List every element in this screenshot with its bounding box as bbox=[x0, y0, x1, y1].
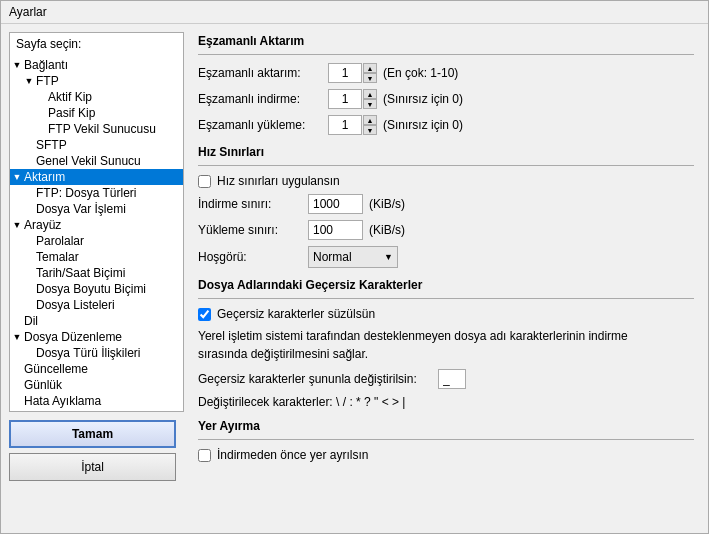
yer-checkbox[interactable] bbox=[198, 449, 211, 462]
tree-item-genel-vekil[interactable]: Genel Vekil Sunucu bbox=[10, 153, 183, 169]
hiz-checkbox[interactable] bbox=[198, 175, 211, 188]
hosgoru-dropdown[interactable]: Normal ▼ bbox=[308, 246, 398, 268]
expander-icon-baglanti: ▼ bbox=[10, 60, 24, 70]
tree-item-aktif-kip[interactable]: Aktif Kip bbox=[10, 89, 183, 105]
hiz-checkbox-label: Hız sınırları uygulansın bbox=[217, 174, 340, 188]
tree-label-hata-ayiklama: Hata Ayıklama bbox=[24, 394, 101, 408]
gecersiz-divider bbox=[198, 298, 694, 299]
tree-label-dosya-duzenleme: Dosya Düzenleme bbox=[24, 330, 122, 344]
invalid-chars-text: Değiştirilecek karakterler: \ / : * ? " … bbox=[198, 395, 694, 409]
gecersiz-section: Dosya Adlarındaki Geçersiz Karakterler G… bbox=[198, 278, 694, 409]
tree-item-dosya-duzenleme[interactable]: ▼Dosya Düzenleme bbox=[10, 329, 183, 345]
tree: ▼Bağlantı▼FTPAktif KipPasif KipFTP Vekil… bbox=[10, 55, 183, 411]
tree-label-guncelleme: Güncelleme bbox=[24, 362, 88, 376]
tree-item-dosya-turu[interactable]: Dosya Türü İlişkileri bbox=[10, 345, 183, 361]
indirme-sinir-input[interactable] bbox=[308, 194, 363, 214]
aktarim-up-btn[interactable]: ▲ bbox=[363, 63, 377, 73]
ok-button[interactable]: Tamam bbox=[9, 420, 176, 448]
title-bar: Ayarlar bbox=[1, 1, 708, 24]
hosgoru-row: Hoşgörü: Normal ▼ bbox=[198, 246, 694, 268]
aktarim-spinner: ▲ ▼ bbox=[328, 63, 377, 83]
yukleme-sinir-row: Yükleme sınırı: (KiB/s) bbox=[198, 220, 694, 240]
aktarim-input[interactable] bbox=[328, 63, 362, 83]
hiz-divider bbox=[198, 165, 694, 166]
aktarim-spinner-btns: ▲ ▼ bbox=[363, 63, 377, 83]
tree-label-ftp-dosya: FTP: Dosya Türleri bbox=[36, 186, 136, 200]
aktarim-down-btn[interactable]: ▼ bbox=[363, 73, 377, 83]
tree-item-dosya-boyutu[interactable]: Dosya Boyutu Biçimi bbox=[10, 281, 183, 297]
tree-item-temalar[interactable]: Temalar bbox=[10, 249, 183, 265]
gecersiz-title: Dosya Adlarındaki Geçersiz Karakterler bbox=[198, 278, 694, 292]
tree-label-sftp: SFTP bbox=[36, 138, 67, 152]
yukleme-sinir-input[interactable] bbox=[308, 220, 363, 240]
tree-label-dosya-var: Dosya Var İşlemi bbox=[36, 202, 126, 216]
bottom-buttons: Tamam İptal bbox=[1, 420, 176, 489]
tree-item-parolalar[interactable]: Parolalar bbox=[10, 233, 183, 249]
yer-section: Yer Ayırma İndirmeden önce yer ayrılsın bbox=[198, 419, 694, 462]
hiz-title: Hız Sınırları bbox=[198, 145, 694, 159]
tree-item-tarih-saat[interactable]: Tarih/Saat Biçimi bbox=[10, 265, 183, 281]
tree-label-baglanti: Bağlantı bbox=[24, 58, 68, 72]
aktarim-label: Eşzamanlı aktarım: bbox=[198, 66, 328, 80]
indirme-row: Eşzamanlı indirme: ▲ ▼ (Sınırsız için 0) bbox=[198, 89, 694, 109]
yer-title: Yer Ayırma bbox=[198, 419, 694, 433]
gecersiz-info: Yerel işletim sistemi tarafından destekl… bbox=[198, 327, 694, 363]
tree-item-dil[interactable]: Dil bbox=[10, 313, 183, 329]
indirme-sinir-label: İndirme sınırı: bbox=[198, 197, 308, 211]
tree-item-arayuz[interactable]: ▼Arayüz bbox=[10, 217, 183, 233]
tree-label-gunluk: Günlük bbox=[24, 378, 62, 392]
indirme-input[interactable] bbox=[328, 89, 362, 109]
tree-item-ftp[interactable]: ▼FTP bbox=[10, 73, 183, 89]
tree-label-dosya-listeleri: Dosya Listeleri bbox=[36, 298, 115, 312]
main-window: Ayarlar Sayfa seçin: ▼Bağlantı▼FTPAktif … bbox=[0, 0, 709, 534]
tree-label-tarih-saat: Tarih/Saat Biçimi bbox=[36, 266, 125, 280]
tree-item-gunluk[interactable]: Günlük bbox=[10, 377, 183, 393]
yukleme-down-btn[interactable]: ▼ bbox=[363, 125, 377, 135]
tree-label-genel-vekil: Genel Vekil Sunucu bbox=[36, 154, 141, 168]
yukleme-sinir-unit: (KiB/s) bbox=[369, 223, 405, 237]
indirme-spinner-btns: ▲ ▼ bbox=[363, 89, 377, 109]
yukleme-spinner: ▲ ▼ bbox=[328, 115, 377, 135]
yukleme-input[interactable] bbox=[328, 115, 362, 135]
indirme-sinir-row: İndirme sınırı: (KiB/s) bbox=[198, 194, 694, 214]
yukleme-row: Eşzamanlı yükleme: ▲ ▼ (Sınırsız için 0) bbox=[198, 115, 694, 135]
tree-label-aktarim: Aktarım bbox=[24, 170, 65, 184]
tree-item-baglanti[interactable]: ▼Bağlantı bbox=[10, 57, 183, 73]
gecersiz-checkbox[interactable] bbox=[198, 308, 211, 321]
tree-label-arayuz: Arayüz bbox=[24, 218, 61, 232]
tree-item-sftp[interactable]: SFTP bbox=[10, 137, 183, 153]
tree-item-dosya-listeleri[interactable]: Dosya Listeleri bbox=[10, 297, 183, 313]
left-panel: Sayfa seçin: ▼Bağlantı▼FTPAktif KipPasif… bbox=[9, 32, 184, 412]
replace-row: Geçersiz karakterler şununla değiştirils… bbox=[198, 369, 694, 389]
indirme-up-btn[interactable]: ▲ bbox=[363, 89, 377, 99]
tree-item-ftp-dosya[interactable]: FTP: Dosya Türleri bbox=[10, 185, 183, 201]
hosgoru-label: Hoşgörü: bbox=[198, 250, 308, 264]
expander-icon-ftp: ▼ bbox=[22, 76, 36, 86]
indirme-sinir-unit: (KiB/s) bbox=[369, 197, 405, 211]
tree-label-ftp: FTP bbox=[36, 74, 59, 88]
aktarim-row: Eşzamanlı aktarım: ▲ ▼ (En çok: 1-10) bbox=[198, 63, 694, 83]
tree-item-pasif-kip[interactable]: Pasif Kip bbox=[10, 105, 183, 121]
hiz-section: Hız Sınırları Hız sınırları uygulansın İ… bbox=[198, 145, 694, 268]
tree-item-hata-ayiklama[interactable]: Hata Ayıklama bbox=[10, 393, 183, 409]
tree-item-dosya-var[interactable]: Dosya Var İşlemi bbox=[10, 201, 183, 217]
expander-icon-dosya-duzenleme: ▼ bbox=[10, 332, 24, 342]
tree-label-parolalar: Parolalar bbox=[36, 234, 84, 248]
indirme-down-btn[interactable]: ▼ bbox=[363, 99, 377, 109]
indirme-label: Eşzamanlı indirme: bbox=[198, 92, 328, 106]
dropdown-arrow-icon: ▼ bbox=[384, 252, 393, 262]
yukleme-up-btn[interactable]: ▲ bbox=[363, 115, 377, 125]
content-area: Sayfa seçin: ▼Bağlantı▼FTPAktif KipPasif… bbox=[1, 24, 708, 533]
eszamanli-section: Eşzamanlı Aktarım Eşzamanlı aktarım: ▲ ▼… bbox=[198, 34, 694, 135]
tree-item-ftp-vekil[interactable]: FTP Vekil Sunucusu bbox=[10, 121, 183, 137]
indirme-hint: (Sınırsız için 0) bbox=[383, 92, 463, 106]
gecersiz-checkbox-label: Geçersiz karakterler süzülsün bbox=[217, 307, 375, 321]
cancel-button[interactable]: İptal bbox=[9, 453, 176, 481]
tree-label-dosya-boyutu: Dosya Boyutu Biçimi bbox=[36, 282, 146, 296]
tree-item-guncelleme[interactable]: Güncelleme bbox=[10, 361, 183, 377]
tree-item-aktarim[interactable]: ▼Aktarım bbox=[10, 169, 183, 185]
replace-input[interactable] bbox=[438, 369, 466, 389]
tree-label-dosya-turu: Dosya Türü İlişkileri bbox=[36, 346, 140, 360]
expander-icon-aktarim: ▼ bbox=[10, 172, 24, 182]
indirme-spinner: ▲ ▼ bbox=[328, 89, 377, 109]
